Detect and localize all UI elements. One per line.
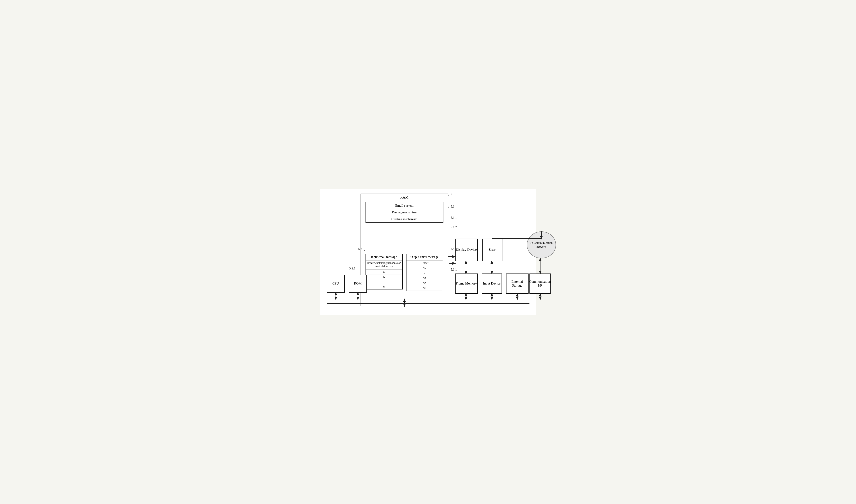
user-label: User [489, 248, 495, 252]
input-device-label: Input Device [483, 282, 501, 285]
frame-memory-box: Frame Memory [455, 273, 478, 294]
output-s3: S3 [407, 276, 443, 281]
input-email-title: Input email message [366, 254, 402, 260]
bus-line [327, 303, 530, 304]
external-storage-label: External Storage [506, 280, 528, 287]
input-email-box: Input email message Header containing tr… [365, 254, 403, 289]
output-dot: · [407, 271, 443, 276]
output-email-box: Output email message Header Sn · S3 S2 S… [406, 254, 443, 291]
network-label: To Communication network [527, 241, 556, 249]
ref-5-1: 5.1 [451, 205, 455, 209]
communication-if-label: Communication I/F [529, 280, 551, 287]
ram-label: RAM [400, 195, 408, 199]
output-email-title: Output email message [407, 254, 443, 260]
ram-box: RAM Email system Parsing mechanism Creat… [360, 194, 448, 306]
input-device-box: Input Device [482, 273, 502, 294]
external-storage-box: External Storage [506, 273, 529, 294]
cpu-box: CPU [327, 275, 345, 293]
display-device-box: Display Device [455, 239, 478, 261]
user-box: User [482, 239, 502, 261]
ref-5: 5 [451, 192, 452, 196]
ref-5-1-1: 5.1.1 [451, 216, 457, 220]
ref-5-3-1: 5.3.1 [451, 268, 457, 271]
ref-5-1-2: 5.1.2 [451, 226, 457, 229]
input-dot: · [366, 280, 402, 284]
creating-mechanism-row: Creating mechanism [366, 216, 443, 222]
cpu-label: CPU [333, 282, 339, 285]
output-sn: Sn [407, 266, 443, 271]
output-s1: S1 [407, 286, 443, 291]
input-sn: Sn [366, 284, 402, 289]
frame-memory-label: Frame Memory [456, 282, 477, 285]
input-s1: S1 [366, 269, 402, 274]
ref-5-2: 5.2 [358, 247, 362, 251]
output-s2: S2 [407, 281, 443, 286]
input-s2: S2 [366, 274, 402, 280]
email-system-title: Email system [366, 202, 443, 209]
email-system-box: Email system Parsing mechanism Creating … [365, 202, 443, 223]
rom-box: ROM [349, 275, 367, 293]
communication-if-box: Communication I/F [530, 273, 551, 294]
output-email-header: Header [407, 260, 443, 266]
rom-label: ROM [354, 282, 361, 285]
input-email-header: Header containing transmission control d… [366, 260, 402, 269]
display-device-label: Display Device [456, 248, 477, 252]
diagram-container: RAM Email system Parsing mechanism Creat… [320, 189, 536, 315]
ref-5-3: 5.3 [451, 247, 455, 251]
network-ellipse: To Communication network [527, 231, 556, 258]
ref-5-2-1: 5.2.1 [349, 267, 356, 270]
parsing-mechanism-row: Parsing mechanism [366, 209, 443, 216]
